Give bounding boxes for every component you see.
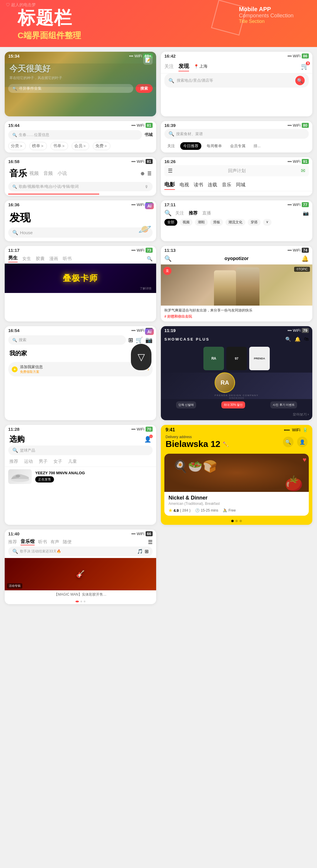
live-search-icon[interactable]: 🔍 xyxy=(164,210,172,217)
tab-manga[interactable]: 漫画 xyxy=(49,256,58,261)
music-search[interactable]: 🔍 歌曲/视频/歌单/电台/小说/专辑/歌词 🎙 xyxy=(8,182,153,191)
jacket-dark[interactable]: 97 xyxy=(226,347,247,370)
tab-local[interactable]: 同城 xyxy=(236,181,245,189)
music-mic-icon[interactable]: 🎙 xyxy=(145,185,148,189)
shop-tab-recommend[interactable]: 推荐 xyxy=(9,459,18,464)
home-camera-icon[interactable]: 📷 xyxy=(145,336,153,343)
food-profile-btn[interactable]: 👤 xyxy=(297,437,308,447)
search-bar-r1[interactable]: 🔍 搜索地点/景点/酒店等 🔍 xyxy=(164,73,309,88)
banner-inner: 🎸 xyxy=(5,570,156,578)
music-add-icon[interactable]: ⊕ xyxy=(141,171,144,176)
shopping-person-icon[interactable]: 👤1 xyxy=(144,436,151,443)
tab-capsule[interactable]: 胶囊 xyxy=(36,256,45,261)
mh-filter-icon[interactable]: 🎵 xyxy=(137,549,143,554)
mh-tab-audio[interactable]: 有声 xyxy=(50,539,59,545)
live-tab-live[interactable]: 直播 xyxy=(202,210,211,216)
music-tab-audio[interactable]: 音频 xyxy=(43,170,53,177)
tab-music-echo[interactable]: 音乐 xyxy=(222,181,231,189)
music-menu-icon[interactable]: ☰ xyxy=(147,171,151,176)
nav-booklist[interactable]: 书单＞ xyxy=(50,142,68,150)
chip-trend[interactable]: 潮流文化 xyxy=(225,219,245,226)
tab-audiobook[interactable]: 听书 xyxy=(63,256,72,261)
nav-vip[interactable]: 会员＞ xyxy=(72,142,89,150)
mh-grid-icon[interactable]: ⊞ xyxy=(145,549,148,554)
tab-follow[interactable]: 关注 xyxy=(164,62,174,71)
oyopotizor-search-icon[interactable]: 🔍 xyxy=(164,255,172,262)
shop-tab-sport[interactable]: 运动 xyxy=(24,459,33,464)
heart-icon[interactable]: ♥ xyxy=(303,456,307,464)
chip-all[interactable]: 全部 xyxy=(164,219,177,226)
echo-mail-icon[interactable]: ✉ xyxy=(301,167,305,174)
nav-category[interactable]: 分类＞ xyxy=(8,142,26,150)
shop-tab-male[interactable]: 男子 xyxy=(39,459,47,464)
mh-tab-audiobook[interactable]: 听书 xyxy=(38,539,47,545)
mh-menu-icon[interactable]: ☰ xyxy=(148,539,153,546)
chip-more[interactable]: ∨ xyxy=(263,219,272,226)
mh-tab-random[interactable]: 随便 xyxy=(63,539,72,545)
search-icon-c2: 🔍 xyxy=(12,133,17,137)
bookstore-search[interactable]: 🔍 生春……位置信息 xyxy=(8,130,142,140)
shopping-search[interactable]: 🔍 篮球产品 xyxy=(8,445,153,455)
card-bookstore: 15:44 ▪▪▪ WiFi 81 🔍 生春……位置信息 书城 分类＞ 榜单＞ … xyxy=(5,121,156,153)
food-search[interactable]: 🔍 搜索食材、菜谱 xyxy=(164,129,309,139)
icons-r2: ▪▪▪ WiFi 80 xyxy=(288,123,309,128)
music-tab-video[interactable]: 视频 xyxy=(29,170,39,177)
dot-1 xyxy=(231,520,234,522)
location-shanghai[interactable]: 📍 上海 xyxy=(194,64,208,69)
mh-tab-recommend[interactable]: 推荐 xyxy=(8,539,17,545)
mh-search[interactable]: 🔍 歌手决 活动结束还33天🔥 🎵 ⊞ xyxy=(8,547,153,556)
live-tab-recommend[interactable]: 推荐 xyxy=(189,210,198,216)
edit-icon[interactable]: ✏️ xyxy=(223,441,228,447)
search-box-card1[interactable]: 🔍 寻异事件全集 xyxy=(8,84,133,93)
music-tab-novel[interactable]: 小说 xyxy=(58,170,67,177)
nav-rank[interactable]: 榜单＞ xyxy=(29,142,47,150)
scan-icon[interactable]: ⊞ xyxy=(128,336,133,343)
topic-text: 秋罗气爽最适合与好友出游，来分享一份与友同游的快乐 xyxy=(164,308,309,313)
shop-tab-female[interactable]: 女子 xyxy=(54,459,62,464)
food-tab-weekly[interactable]: 每周餐单 xyxy=(204,142,225,150)
more-link[interactable]: 모아보기 › xyxy=(161,411,312,419)
nav-free[interactable]: 免费＞ xyxy=(93,142,110,150)
mh-tab-hall[interactable]: 音乐馆 xyxy=(21,538,35,546)
tab-discover-active[interactable]: 发现 xyxy=(178,61,189,71)
search-button-card1[interactable]: 搜索 xyxy=(136,84,153,93)
home-search[interactable]: 🔍 搜索 xyxy=(8,335,126,345)
tab-serial[interactable]: 连载 xyxy=(208,181,217,189)
cart-icon-r1[interactable]: 🛒 9 xyxy=(301,63,309,70)
house-search[interactable]: 🔍 House xyxy=(8,227,153,238)
search-exec-btn-r1[interactable]: 🔍 xyxy=(295,76,305,85)
city-name: Bielawska 12 xyxy=(166,439,220,449)
food-search-btn[interactable]: 🔍 xyxy=(283,437,293,447)
food-tab-follow[interactable]: 关注 xyxy=(164,142,178,150)
chip-skate[interactable]: 滑板 xyxy=(210,219,223,226)
showcase-bell-icon[interactable]: 🔔 xyxy=(295,336,301,342)
oyopotizor-bell-icon[interactable]: 🔔 xyxy=(302,255,309,262)
camera-icon[interactable]: 📷 xyxy=(303,210,309,216)
echo-menu-icon[interactable]: ☰ xyxy=(168,167,173,174)
live-tab-follow[interactable]: 关注 xyxy=(175,210,184,216)
tab-movie[interactable]: 电影 xyxy=(164,180,175,190)
showcase-cart-icon[interactable]: 🛍 xyxy=(304,336,309,342)
promo-exclusive[interactable]: 단독 신발매 xyxy=(176,401,197,408)
launch-btn[interactable]: 正在发售 xyxy=(35,476,54,483)
tab-tv[interactable]: 电视 xyxy=(180,181,189,189)
showcase-search-icon[interactable]: 🔍 xyxy=(285,336,291,342)
figure-2 xyxy=(236,268,259,306)
shop-tab-kids[interactable]: 儿童 xyxy=(68,459,77,464)
product-item-yeezy: YEEZY 700 MNVN ANALOG 正在发售 xyxy=(5,467,156,486)
food-tab-vip[interactable]: 会员专属 xyxy=(227,142,248,150)
search-icon-c5[interactable]: 🔍 xyxy=(147,256,153,261)
chip-outfit[interactable]: 穿搭 xyxy=(248,219,261,226)
chip-shoes[interactable]: 潮鞋 xyxy=(195,219,208,226)
tab-female[interactable]: 女生 xyxy=(22,256,31,261)
jacket-green[interactable]: RA xyxy=(203,347,224,370)
promo-discount[interactable]: 최대 30% 할인 xyxy=(221,401,245,408)
tab-male[interactable]: 男生 xyxy=(8,255,17,262)
chip-video[interactable]: 视频 xyxy=(180,219,192,226)
jacket-white[interactable]: PRENDA xyxy=(249,347,270,370)
promo-review[interactable]: 사진 후기 이벤트 xyxy=(270,401,297,408)
tab-reading[interactable]: 读书 xyxy=(194,181,203,189)
food-tab-more[interactable]: 排... xyxy=(251,142,263,150)
home-cart-icon[interactable]: 🛒 xyxy=(136,336,143,343)
food-tab-today[interactable]: 今日推荐 xyxy=(180,142,201,150)
